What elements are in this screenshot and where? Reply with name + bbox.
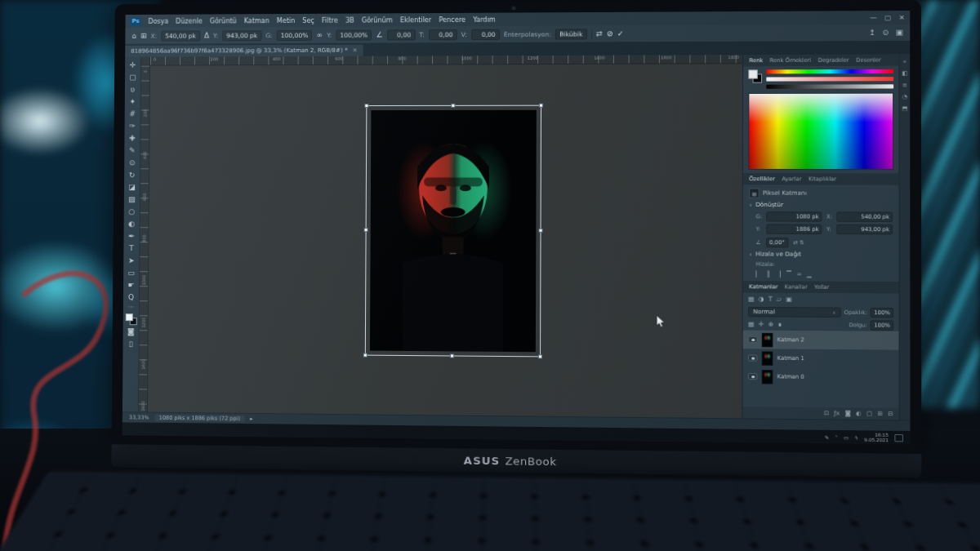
tool-hand-icon[interactable]: ☛ <box>125 279 138 291</box>
share-icon[interactable]: ↥ <box>869 29 875 37</box>
tool-dodge-icon[interactable]: ◐ <box>125 218 138 229</box>
transform-handle[interactable] <box>538 229 542 233</box>
tab-kitapliklar[interactable]: Kitaplıklar <box>808 176 836 182</box>
tool-zoom-icon[interactable]: Q <box>124 291 137 303</box>
prop-angle-input[interactable]: 0,00° <box>766 238 788 247</box>
saturation-slider[interactable] <box>766 77 893 82</box>
link-dimensions-icon[interactable]: ∞ <box>316 31 323 39</box>
tool-move-icon[interactable]: ✛ <box>127 60 140 71</box>
photoshop-logo-icon[interactable]: Ps <box>130 16 140 25</box>
prop-h-input[interactable]: 1886 pk <box>766 224 822 235</box>
color-spectrum-picker[interactable] <box>748 93 893 171</box>
adjustment-layer-icon[interactable]: ◐ <box>856 410 861 416</box>
tab-kanallar[interactable]: Kanallar <box>785 283 808 290</box>
layer-thumbnail[interactable] <box>762 369 773 384</box>
transform-handle[interactable] <box>538 354 542 358</box>
tool-history-brush-icon[interactable]: ↻ <box>126 169 139 180</box>
prop-x-input[interactable]: 540,00 pk <box>836 211 893 222</box>
tab-ayarlar[interactable]: Ayarlar <box>782 176 801 182</box>
prop-y-input[interactable]: 943,00 pk <box>836 224 893 235</box>
tool-gradient-icon[interactable]: ▨ <box>125 193 138 205</box>
document-tab[interactable]: 818964856aa96f736b97f6a473328906.jpg @ 3… <box>125 45 363 57</box>
screen-mode-icon[interactable]: ▯ <box>124 338 137 349</box>
new-layer-icon[interactable]: ⊞ <box>877 411 882 417</box>
tool-quick-selection-icon[interactable]: ✦ <box>126 96 139 108</box>
foreground-color-swatch[interactable] <box>748 69 758 78</box>
color-swatches[interactable] <box>125 313 136 325</box>
zoom-level[interactable]: 33,33% <box>129 414 149 420</box>
menu-dosya[interactable]: Dosya <box>148 17 168 24</box>
align-hcenter-icon[interactable]: ║ <box>766 271 769 278</box>
tab-katmanlar[interactable]: Katmanlar <box>749 283 777 290</box>
x-input[interactable]: 540,00 pk <box>161 30 200 41</box>
dock-info-icon[interactable]: ≡ <box>902 82 907 88</box>
tool-blur-icon[interactable]: ○ <box>125 206 138 217</box>
vskew-input[interactable]: 0,00 <box>471 29 500 39</box>
document-image[interactable] <box>370 110 537 352</box>
visibility-eye-icon[interactable] <box>748 373 758 380</box>
lock-artboard-icon[interactable]: ⊕ <box>768 320 774 327</box>
width-input[interactable]: 100,00% <box>277 29 313 40</box>
tab-close-icon[interactable]: ✕ <box>353 47 358 54</box>
tab-desenler[interactable]: Desenler <box>856 57 881 64</box>
search-icon[interactable]: ⊙ <box>882 29 889 37</box>
tool-brush-icon[interactable]: ✎ <box>126 144 139 156</box>
tab-renk-ornekleri[interactable]: Renk Örnekleri <box>770 57 811 64</box>
tab-degradeler[interactable]: Degradeler <box>817 57 849 64</box>
layer-thumbnail[interactable] <box>762 351 773 366</box>
tray-display-icon[interactable]: ▭ <box>844 434 849 440</box>
toolbar-ellipsis-icon[interactable]: ⋯ <box>124 304 137 311</box>
align-left-icon[interactable]: ▏ <box>755 271 760 278</box>
notification-center-icon[interactable] <box>894 433 903 441</box>
blend-mode-select[interactable]: Normal ∨ <box>748 306 841 317</box>
transform-handle[interactable] <box>363 353 368 358</box>
relative-position-icon[interactable]: Δ <box>204 31 209 39</box>
visibility-eye-icon[interactable] <box>748 354 758 361</box>
filter-adjustment-icon[interactable]: ◑ <box>759 295 764 303</box>
panel-color-swatches[interactable] <box>748 69 762 82</box>
layer-row-katman-0[interactable]: Katman 0 <box>743 367 899 387</box>
menu-eklentiler[interactable]: Eklentiler <box>400 16 431 24</box>
home-icon[interactable]: ⌂ <box>131 32 136 40</box>
tool-clone-stamp-icon[interactable]: ⊙ <box>126 157 139 168</box>
menu-filtre[interactable]: Filtre <box>322 16 338 24</box>
restore-icon[interactable]: ▢ <box>884 14 891 21</box>
status-arrow-icon[interactable]: ▸ <box>250 415 252 422</box>
align-right-icon[interactable]: ▕ <box>776 271 781 278</box>
menu-duzenle[interactable]: Düzenle <box>176 17 203 24</box>
layer-name[interactable]: Katman 1 <box>777 355 894 362</box>
menu-pencere[interactable]: Pencere <box>439 16 466 23</box>
filter-shape-icon[interactable]: ▱ <box>777 295 782 303</box>
layer-row-katman-1[interactable]: Katman 1 <box>743 349 899 368</box>
filter-type-icon[interactable]: T <box>768 295 773 303</box>
foreground-color-swatch[interactable] <box>125 313 132 321</box>
tool-marquee-icon[interactable]: ▢ <box>126 72 139 83</box>
interpolation-select[interactable]: Bikübik <box>555 29 586 39</box>
workspace-switcher-icon[interactable]: ▣ <box>896 29 903 37</box>
tool-path-selection-icon[interactable]: ➤ <box>125 255 138 266</box>
tool-eyedropper-icon[interactable]: ✑ <box>126 120 139 131</box>
hue-slider[interactable] <box>766 69 893 74</box>
menu-goruntu[interactable]: Görüntü <box>210 17 237 24</box>
lock-all-icon[interactable]: ∎ <box>777 321 782 328</box>
tray-power-icon[interactable]: ϟ <box>855 434 858 440</box>
layer-thumbnail[interactable] <box>762 332 773 347</box>
chevron-down-icon[interactable]: ∨ <box>749 202 752 207</box>
tab-ozellikler[interactable]: Özellikler <box>749 176 775 182</box>
opacity-input[interactable]: 100% <box>871 307 893 318</box>
filter-smart-icon[interactable]: ▣ <box>786 295 791 303</box>
menu-metin[interactable]: Metin <box>277 16 295 24</box>
prop-w-input[interactable]: 1080 pk <box>766 211 822 221</box>
tool-shape-icon[interactable]: ▭ <box>125 267 138 278</box>
transform-handle[interactable] <box>364 104 368 108</box>
visibility-eye-icon[interactable] <box>748 336 758 343</box>
tool-lasso-icon[interactable]: ʋ <box>126 84 139 96</box>
tray-pen-icon[interactable]: ✎ <box>825 433 829 439</box>
hskew-input[interactable]: 0,00 <box>429 29 457 40</box>
tab-renk[interactable]: Renk <box>749 57 763 64</box>
fill-input[interactable]: 100% <box>871 320 893 331</box>
collapse-panels-icon[interactable]: « <box>903 58 907 64</box>
minimize-icon[interactable]: — <box>870 14 876 21</box>
menu-gorunum[interactable]: Görünüm <box>362 16 393 24</box>
transform-handle[interactable] <box>364 228 368 232</box>
